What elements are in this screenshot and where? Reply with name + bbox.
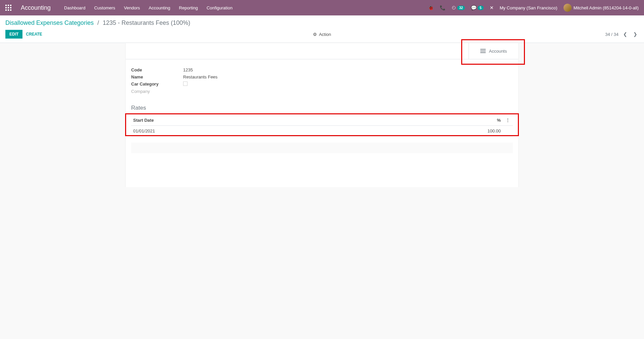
activities-badge: 32: [457, 6, 465, 10]
company-selector[interactable]: My Company (San Francisco): [500, 5, 557, 10]
user-name: Mitchell Admin (8514204-14-0-all): [574, 5, 639, 10]
row-menu: [503, 126, 513, 136]
control-bar: EDIT CREATE ⚙ Action 34 / 34 ❮ ❯: [0, 26, 644, 43]
empty-footer-row: [131, 143, 513, 153]
name-value: Restaurants Fees: [183, 74, 218, 79]
form-sheet: Accounts Code 1235 Name Restaurants Fees…: [126, 43, 518, 187]
car-category-label: Car Category: [131, 81, 183, 87]
accounts-label: Accounts: [489, 49, 507, 54]
rates-table: Start Date % ⋮ 01/01/2021 100.00: [131, 115, 513, 136]
pager-prev[interactable]: ❮: [622, 32, 629, 37]
pager-next[interactable]: ❯: [632, 32, 639, 37]
discuss-badge: 5: [478, 6, 484, 10]
phone-icon[interactable]: 📞: [440, 5, 445, 10]
gear-icon: ⚙: [313, 32, 317, 37]
field-code: Code 1235: [131, 67, 513, 72]
user-menu[interactable]: Mitchell Admin (8514204-14-0-all): [564, 4, 639, 12]
table-row[interactable]: 01/01/2021 100.00: [131, 126, 513, 136]
field-name: Name Restaurants Fees: [131, 74, 513, 79]
rates-wrapper: Start Date % ⋮ 01/01/2021 100.00: [131, 115, 513, 136]
col-start-date[interactable]: Start Date: [131, 115, 483, 126]
edit-button[interactable]: EDIT: [5, 30, 22, 39]
menu-dashboard[interactable]: Dashboard: [64, 5, 86, 10]
row-pct: 100.00: [483, 126, 503, 136]
row-date: 01/01/2021: [131, 126, 483, 136]
breadcrumb-current: 1235 - Restaurants Fees (100%): [103, 19, 190, 26]
menu-configuration[interactable]: Configuration: [207, 5, 232, 10]
breadcrumb-bar: Disallowed Expenses Categories / 1235 - …: [0, 15, 644, 26]
top-navbar: Accounting Dashboard Customers Vendors A…: [0, 0, 644, 15]
menu-reporting[interactable]: Reporting: [179, 5, 198, 10]
list-icon: [480, 49, 486, 53]
create-button[interactable]: CREATE: [26, 32, 42, 37]
code-value: 1235: [183, 67, 193, 72]
field-company: Company: [131, 89, 513, 94]
kebab-icon[interactable]: ⋮: [505, 117, 510, 123]
code-label: Code: [131, 67, 183, 72]
top-right: 🐞 📞 ⏲32 💬5 ✕ My Company (San Francisco) …: [428, 4, 639, 12]
menu-vendors[interactable]: Vendors: [124, 5, 140, 10]
breadcrumb-separator: /: [97, 19, 99, 26]
col-menu[interactable]: ⋮: [503, 115, 513, 126]
breadcrumb-parent[interactable]: Disallowed Expenses Categories: [5, 19, 94, 26]
pager: 34 / 34 ❮ ❯: [605, 32, 639, 37]
top-menu: Dashboard Customers Vendors Accounting R…: [64, 5, 232, 10]
rates-header-row: Start Date % ⋮: [131, 115, 513, 126]
rates-title: Rates: [131, 105, 513, 111]
car-category-checkbox: [183, 81, 187, 86]
name-label: Name: [131, 74, 183, 79]
field-car-category: Car Category: [131, 81, 513, 87]
breadcrumb: Disallowed Expenses Categories / 1235 - …: [5, 19, 639, 26]
pager-count: 34 / 34: [605, 32, 619, 37]
apps-icon[interactable]: [5, 5, 11, 11]
form-body: Code 1235 Name Restaurants Fees Car Cate…: [126, 59, 518, 164]
car-category-value: [183, 81, 187, 87]
menu-accounting[interactable]: Accounting: [149, 5, 170, 10]
close-icon[interactable]: ✕: [490, 5, 494, 10]
avatar: [564, 4, 572, 12]
company-label: Company: [131, 89, 183, 94]
bug-icon[interactable]: 🐞: [428, 5, 434, 10]
action-label: Action: [319, 32, 331, 37]
form-sheet-wrap: Accounts Code 1235 Name Restaurants Fees…: [0, 43, 644, 187]
sheet-header: Accounts: [126, 43, 518, 59]
col-percent[interactable]: %: [483, 115, 503, 126]
accounts-stat-button[interactable]: Accounts: [469, 43, 518, 59]
action-dropdown[interactable]: ⚙ Action: [313, 32, 331, 37]
discuss-icon[interactable]: 💬5: [471, 5, 484, 10]
activities-icon[interactable]: ⏲32: [451, 5, 465, 10]
app-title[interactable]: Accounting: [21, 4, 51, 11]
menu-customers[interactable]: Customers: [94, 5, 115, 10]
